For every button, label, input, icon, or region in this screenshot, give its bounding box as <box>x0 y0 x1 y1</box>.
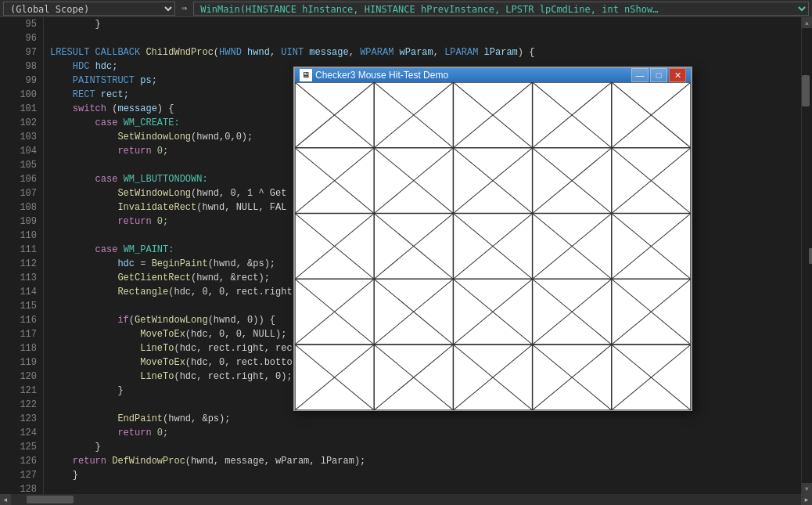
token-num: 0; <box>157 427 168 438</box>
h-scroll-track <box>11 494 801 505</box>
token-kw2: case <box>95 244 124 255</box>
token-fn: MoveToEx <box>140 329 185 340</box>
scope-select-right[interactable]: WinMain(HINSTANCE hInstance, HINSTANCE h… <box>193 2 809 16</box>
line-number: 124 <box>17 426 37 440</box>
indent <box>50 103 73 114</box>
line-number: 116 <box>17 313 37 327</box>
code-line <box>50 31 801 45</box>
indent <box>50 89 73 100</box>
indent <box>50 357 140 368</box>
line-number: 108 <box>17 200 37 215</box>
h-scroll-right-btn[interactable]: ► <box>801 494 812 505</box>
indent <box>50 61 73 72</box>
indent <box>50 174 95 185</box>
token-macro: WM_PAINT: <box>124 244 174 255</box>
minimize-btn[interactable]: — <box>631 68 649 82</box>
line-number: 106 <box>17 172 37 186</box>
token-fn: GetClientRect <box>117 272 191 283</box>
token-fn: EndPaint <box>117 413 163 424</box>
token-kw2: switch <box>73 103 106 114</box>
code-line: } <box>50 468 801 482</box>
indent <box>50 329 140 340</box>
scroll-thumb[interactable] <box>802 75 810 106</box>
token-punct: (hwnd, &ps); <box>163 413 230 424</box>
line-number: 104 <box>17 144 37 158</box>
indent <box>50 132 117 142</box>
token-type: LPARAM <box>444 47 483 58</box>
token-param: wParam <box>400 47 433 58</box>
line-number: 120 <box>17 370 37 384</box>
token-fn: GetWindowLong <box>135 315 208 326</box>
token-kw2: return <box>117 146 156 157</box>
h-scroll-left-btn[interactable]: ◄ <box>0 494 11 505</box>
line-number: 127 <box>17 468 37 482</box>
close-btn[interactable]: ✕ <box>669 68 686 82</box>
right-scrollbar[interactable]: ▲ ▼ <box>801 17 812 494</box>
token-punct: (hwnd, &ps); <box>208 258 275 269</box>
line-number: 117 <box>17 327 37 341</box>
token-type: HWND <box>219 47 247 58</box>
indent <box>50 442 95 453</box>
token-fn: DefWindowProc <box>112 456 185 467</box>
token-kw2: case <box>95 174 124 185</box>
code-line <box>50 482 801 494</box>
token-punct: (hdc, 0, 0, rect.right <box>168 287 292 298</box>
line-number: 100 <box>17 88 37 102</box>
token-param: hdc <box>117 258 135 269</box>
token-num: 0; <box>157 146 168 157</box>
token-punct: } <box>73 470 78 481</box>
popup-titlebar[interactable]: 🖥 Checker3 Mouse Hit-Test Demo — □ ✕ <box>295 68 691 82</box>
token-type: UINT <box>281 47 309 58</box>
line-number: 102 <box>17 116 37 130</box>
token-fn: ChildWndProc <box>146 47 213 58</box>
h-scrollbar[interactable]: ◄ ► <box>0 494 812 505</box>
token-punct: = <box>135 258 152 269</box>
indent <box>50 385 117 396</box>
indent <box>50 244 95 255</box>
token-punct: (hwnd, 0)) { <box>208 315 275 326</box>
indent <box>50 371 140 382</box>
token-fn: BeginPaint <box>152 258 208 269</box>
token-kw2: case <box>95 117 124 128</box>
popup-app-icon: 🖥 <box>300 69 312 81</box>
token-punct: (hwnd,0,0); <box>191 132 253 142</box>
scope-select-left[interactable]: (Global Scope) <box>3 2 175 16</box>
scroll-up-btn[interactable]: ▲ <box>802 17 813 28</box>
token-kw2: return <box>117 427 156 438</box>
scroll-down-btn[interactable]: ▼ <box>802 483 813 494</box>
line-number: 118 <box>17 341 37 355</box>
indent <box>50 216 117 227</box>
line-number: 113 <box>17 271 37 285</box>
line-number: 119 <box>17 355 37 370</box>
token-fn: LineTo <box>140 371 174 382</box>
token-kw2: return <box>117 216 156 227</box>
line-number: 107 <box>17 186 37 200</box>
token-punct: (hwnd, &rect); <box>191 272 270 283</box>
token-fn: Rectangle <box>117 287 168 298</box>
indent <box>50 146 117 157</box>
line-number: 121 <box>17 384 37 398</box>
popup-window-controls[interactable]: — □ ✕ <box>631 68 686 82</box>
line-number: 112 <box>17 257 37 271</box>
code-line: return 0; <box>50 426 801 440</box>
token-kw2: return <box>73 456 112 467</box>
line-number: 96 <box>17 31 37 45</box>
line-number: 110 <box>17 229 37 243</box>
token-fn: LineTo <box>140 343 174 354</box>
line-number: 111 <box>17 243 37 257</box>
line-number: 128 <box>17 482 37 494</box>
token-type: WPARAM <box>360 47 399 58</box>
token-punct: , <box>270 47 281 58</box>
line-number: 97 <box>17 45 37 60</box>
h-scroll-thumb[interactable] <box>27 496 74 503</box>
breakpoint-gutter <box>0 17 14 494</box>
maximize-btn[interactable]: □ <box>650 68 667 82</box>
line-number: 122 <box>17 398 37 412</box>
line-number: 125 <box>17 440 37 454</box>
token-punct: , <box>349 47 360 58</box>
indent <box>50 117 95 128</box>
token-fn: SetWindowLong <box>117 132 191 142</box>
token-punct: , <box>433 47 444 58</box>
popup-canvas <box>295 82 691 410</box>
token-macro: WM_LBUTTONDOWN: <box>124 174 208 185</box>
